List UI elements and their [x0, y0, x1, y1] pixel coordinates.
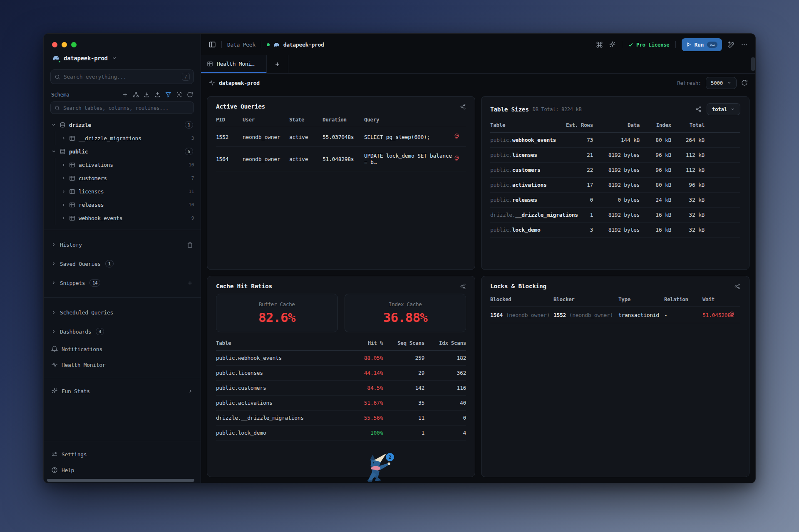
- table-name: releases: [79, 202, 104, 208]
- schema-badge: 1: [185, 121, 193, 129]
- import-button[interactable]: [144, 92, 150, 98]
- index-cache-stat: Index Cache 36.88%: [345, 294, 466, 332]
- command-palette-button[interactable]: [596, 41, 603, 48]
- refresh-label: Refresh:: [677, 80, 701, 86]
- sidebar-item-snippets[interactable]: Snippets 14: [44, 273, 201, 292]
- ai-sparkles-button[interactable]: [609, 41, 616, 48]
- schema-node-public[interactable]: public 5: [49, 145, 196, 158]
- search-icon: [55, 105, 60, 111]
- table-node[interactable]: webhook_events 9: [60, 211, 196, 225]
- refresh-interval-select[interactable]: 5000: [706, 77, 737, 89]
- locks-blocking-card: Locks & Blocking Blocked Blocker Type Re…: [481, 276, 749, 477]
- toggle-sidebar-button[interactable]: [208, 41, 216, 48]
- table-size-row: public.lock_demo 3 8192 bytes 16 kB 32 k…: [490, 223, 740, 238]
- stat-value: 36.88%: [349, 310, 462, 325]
- chevron-right-icon: [51, 329, 56, 334]
- schema-node-drizzle[interactable]: drizzle 1: [49, 118, 196, 131]
- table-name: public.releases: [490, 193, 556, 208]
- global-search-input[interactable]: [64, 74, 179, 80]
- table-size-row: public.licenses 21 8192 bytes 96 kB 112 …: [490, 148, 740, 163]
- data-size: 144 kB: [593, 133, 640, 148]
- clear-history-button[interactable]: [187, 242, 193, 248]
- kill-query-button[interactable]: [729, 311, 735, 317]
- share-button[interactable]: [460, 283, 466, 290]
- kill-query-button[interactable]: [454, 133, 460, 139]
- refresh-schema-button[interactable]: [187, 92, 193, 98]
- more-options-button[interactable]: [741, 41, 748, 48]
- tab-health-monitor[interactable]: Health Moni…: [201, 55, 267, 73]
- data-size: 0 bytes: [593, 193, 640, 208]
- sidebar-item-settings[interactable]: Settings: [44, 446, 201, 462]
- column-header: Query: [364, 111, 454, 127]
- table-node[interactable]: licenses 11: [60, 185, 196, 198]
- filter-button[interactable]: [165, 92, 171, 98]
- sidebar-item-notifications[interactable]: Notifications: [44, 341, 201, 357]
- sidebar-item-fun-stats[interactable]: Fun Stats: [44, 383, 201, 399]
- column-header: Total: [671, 117, 705, 133]
- sidebar-item-saved-queries[interactable]: Saved Queries 1: [44, 254, 201, 273]
- size-metric-select[interactable]: total: [707, 103, 740, 115]
- share-button[interactable]: [734, 283, 740, 290]
- activity-icon: [51, 361, 58, 368]
- play-icon: [686, 42, 691, 47]
- help-circle-icon: [51, 467, 58, 473]
- connection-switcher[interactable]: datapeek-prod: [44, 47, 201, 63]
- column-count: 7: [191, 176, 194, 181]
- index-size: 24 kB: [640, 193, 671, 208]
- seq-scans: 11: [383, 411, 424, 426]
- main-area: Data Peek datapeek-prod Pro License Run: [201, 34, 755, 483]
- sidebar-item-history[interactable]: History: [44, 235, 201, 254]
- idx-scans: 362: [424, 366, 466, 381]
- kill-query-button[interactable]: [454, 155, 460, 161]
- share-button[interactable]: [695, 106, 702, 112]
- magic-wand-button[interactable]: [728, 41, 735, 48]
- sidebar-item-dashboards[interactable]: Dashboards 4: [44, 322, 201, 341]
- add-snippet-button[interactable]: [187, 280, 193, 286]
- chevron-right-icon: [61, 136, 66, 141]
- database-icon: [60, 148, 66, 155]
- tab-label: Health Moni…: [217, 61, 254, 67]
- close-window-button[interactable]: [52, 42, 57, 47]
- new-tab-button[interactable]: [267, 55, 288, 73]
- refresh-now-button[interactable]: [741, 79, 748, 86]
- sidebar-item-label: Saved Queries: [60, 261, 101, 267]
- vertical-scrollbar[interactable]: [751, 57, 755, 71]
- export-button[interactable]: [154, 92, 161, 98]
- query-duration: 51.048298s: [323, 147, 364, 171]
- divider: [44, 297, 201, 298]
- sidebar-item-scheduled-queries[interactable]: Scheduled Queries: [44, 303, 201, 322]
- table-node[interactable]: customers 7: [60, 171, 196, 185]
- chevron-right-icon: [188, 388, 193, 394]
- cache-row: public.licenses 44.14% 29 362: [216, 366, 466, 381]
- est-rows: 0: [556, 193, 593, 208]
- maximize-window-button[interactable]: [71, 42, 77, 47]
- table-node[interactable]: releases 10: [60, 198, 196, 211]
- index-size: 96 kB: [640, 163, 671, 178]
- mascot-badge: 2: [386, 453, 394, 461]
- idx-scans: 4: [424, 426, 466, 440]
- share-button[interactable]: [460, 104, 466, 110]
- minimize-window-button[interactable]: [62, 42, 67, 47]
- connection-name: datapeek-prod: [64, 55, 108, 62]
- mascot-sprite[interactable]: 2: [367, 452, 392, 483]
- sidebar-item-help[interactable]: Help: [44, 462, 201, 478]
- activity-icon: [208, 79, 215, 86]
- table-node[interactable]: __drizzle_migrations 3: [60, 131, 196, 145]
- connection-name: datapeek-prod: [283, 42, 324, 48]
- est-rows: 17: [556, 178, 593, 193]
- schema-search-input[interactable]: [63, 105, 190, 111]
- run-button[interactable]: Run ⌘↵: [682, 38, 722, 51]
- table-icon: [69, 202, 75, 208]
- sidebar-horizontal-scrollbar[interactable]: [47, 479, 194, 482]
- er-diagram-button[interactable]: [133, 92, 139, 98]
- sidebar-item-health-monitor[interactable]: Health Monitor: [44, 357, 201, 373]
- column-count: 9: [191, 215, 194, 221]
- focus-button[interactable]: [176, 92, 182, 98]
- sidebar-item-label: Notifications: [62, 346, 102, 352]
- table-node[interactable]: activations 10: [60, 158, 196, 171]
- add-table-button[interactable]: [122, 92, 128, 98]
- active-connection[interactable]: datapeek-prod: [267, 41, 324, 48]
- tab-bar: Health Moni…: [201, 55, 755, 74]
- divider: [44, 230, 201, 230]
- total-size: 32 kB: [671, 223, 705, 238]
